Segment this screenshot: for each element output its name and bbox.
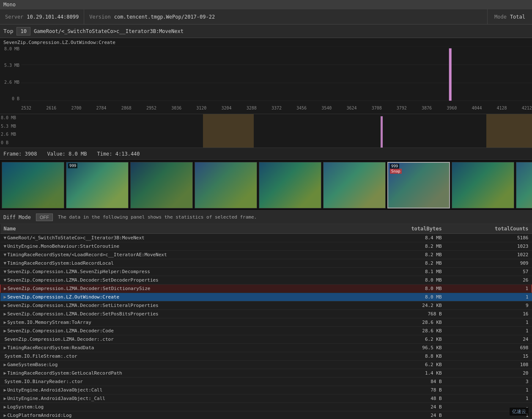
chart-plot-area[interactable] [21,47,532,101]
row-name-cell: ▼SevenZip.Compression.LZMA.SevenZipHelpe… [0,268,365,276]
x-label: 2616 [46,106,56,110]
table-row[interactable]: ▼TimingRaceRecordSystem:LoadRecordLocal8… [0,259,532,268]
table-row[interactable]: ▶CLogPlatformAndroid:Log24 B1 [0,411,532,419]
expand-icon[interactable]: ▼ [4,269,7,274]
x-label: 2700 [71,106,81,110]
row-counts-cell: 1 [445,293,532,301]
mini-timeline[interactable]: 8.0 MB 5.3 MB 2.6 MB 0 B [0,114,532,148]
table-row[interactable]: ▼UnityEngine.MonoBehaviour:StartCoroutin… [0,242,532,251]
row-bytes-cell: 8.0 MB [365,285,445,293]
table-row[interactable]: ▶GameSystemBase:Log6.2 KB108 [0,361,532,369]
x-label: 3708 [372,106,382,110]
expand-icon[interactable]: ▶ [4,294,7,300]
diff-toggle-button[interactable]: OFF [36,214,53,221]
expand-icon[interactable]: ▼ [4,244,7,249]
frame-time: Time: 4:13.440 [97,151,140,157]
expand-icon[interactable]: ▼ [4,235,7,241]
table-row[interactable]: ▶SevenZip.Compression.LZMA.Decoder:Code2… [0,327,532,335]
row-name-cell: ▶SevenZip.Compression.LZ.OutWindow:Creat… [0,293,365,301]
table-row[interactable]: ▶SevenZip.Compression.LZMA.Decoder:SetLi… [0,301,532,310]
row-bytes-cell: 28.6 KB [365,318,445,327]
table-row[interactable]: ▶SevenZip.Compression.LZ.OutWindow:Creat… [0,293,532,301]
row-bytes-cell: 8.0 MB [365,293,445,301]
col-bytes-header[interactable]: totalBytes [365,224,445,234]
thumbnail-3[interactable] [130,162,193,208]
table-row[interactable]: ▶TimingRaceRecordSystem:ReadData96.5 KB6… [0,344,532,352]
row-name-cell: ▶SevenZip.Compression.LZMA.Decoder:SetLi… [0,301,365,310]
row-bytes-cell: 84 B [365,378,445,386]
thumbnail-7[interactable] [452,162,514,208]
y-label-1: 5.3 MB [4,63,19,68]
expand-icon[interactable]: ▶ [4,362,7,367]
y-label-0: 8.0 MB [4,47,19,51]
expand-icon[interactable]: ▼ [4,260,7,266]
expand-icon[interactable]: ▶ [4,345,7,351]
thumbnail-8[interactable] [516,162,532,208]
svg-rect-10 [381,116,383,148]
table-row[interactable]: ▶System.IO.MemoryStream:ToArray28.6 KB1 [0,318,532,327]
row-name-cell: ▶SevenZip.Compression.LZMA.Decoder:SetPo… [0,310,365,318]
main-chart: SevenZip.Compression.LZ.OutWindow:Create… [0,38,532,114]
data-table-container[interactable]: Name totalBytes totalCounts ▼GameRoot/<_… [0,224,532,419]
table-row[interactable]: ▼GameRoot/<_SwitchToStateCo>c__Iterator3… [0,234,532,242]
table-row[interactable]: System.IO.BinaryReader:.ctor84 B3 [0,378,532,386]
table-row[interactable]: ▼SevenZip.Compression.LZMA.Decoder:SetDe… [0,276,532,285]
thumb-active-label: 999 [390,164,399,169]
table-row[interactable]: ▶UnityEngine.AndroidJavaObject:_Call48 B… [0,394,532,403]
row-counts-cell: 1 [445,327,532,335]
x-label: 3876 [422,106,432,110]
row-counts-cell: 1 [445,394,532,403]
row-counts-cell: 108 [445,361,532,369]
table-row[interactable]: ▼TimingRaceRecordSystem/<LoadRecord>c__I… [0,251,532,259]
table-row[interactable]: ▶SevenZip.Compression.LZMA.Decoder:SetDi… [0,285,532,293]
row-bytes-cell: 768 B [365,310,445,318]
expand-icon[interactable]: ▶ [4,303,7,308]
thumbnail-1[interactable] [2,162,64,208]
expand-icon[interactable]: ▶ [4,396,7,401]
expand-icon[interactable]: ▶ [4,311,7,317]
expand-icon[interactable]: ▶ [4,404,7,410]
thumbnail-4[interactable] [195,162,257,208]
row-counts-cell: 1 [445,318,532,327]
row-name-cell: ▶GameSystemBase:Log [0,361,365,369]
row-counts-cell: 698 [445,344,532,352]
row-bytes-cell: 78 B [365,386,445,394]
table-row[interactable]: ▶SevenZip.Compression.LZMA.Decoder:SetPo… [0,310,532,318]
table-row[interactable]: ▼SevenZip.Compression.LZMA.SevenZipHelpe… [0,268,532,276]
col-counts-header[interactable]: totalCounts [445,224,532,234]
row-counts-cell: 3 [445,378,532,386]
row-bytes-cell: 8.0 MB [365,276,445,285]
row-bytes-cell: 28.6 KB [365,327,445,335]
expand-icon[interactable]: ▶ [4,370,7,376]
row-name-cell: ▶TimingRaceRecordSystem:GetLocalRecordPa… [0,369,365,378]
server-label: Server [5,14,23,20]
expand-icon[interactable]: ▶ [4,320,7,325]
table-row[interactable]: SevenZip.Compression.LZMA.Decoder:.ctor6… [0,335,532,344]
table-row[interactable]: ▶TimingRaceRecordSystem:GetLocalRecordPa… [0,369,532,378]
table-row[interactable]: ▶UnityEngine.AndroidJavaObject:Call78 B1 [0,386,532,394]
expand-icon[interactable]: ▶ [4,387,7,393]
col-name-header[interactable]: Name [0,224,365,234]
top-number[interactable]: 10 [16,27,30,36]
expand-icon[interactable]: ▶ [4,328,7,334]
row-bytes-cell: 6.2 KB [365,361,445,369]
table-row[interactable]: System.IO.FileStream:.ctor8.8 KB15 [0,352,532,361]
chart-y-axis: 8.0 MB 5.3 MB 2.6 MB 0 B [0,47,21,101]
thumbnail-5[interactable] [259,162,321,208]
row-counts-cell: 1 [445,386,532,394]
thumbnail-active[interactable]: 999 Snap [387,162,450,208]
x-label: 2952 [146,106,156,110]
row-name-cell: ▼SevenZip.Compression.LZMA.Decoder:SetDe… [0,276,365,285]
svg-text:8.0 MB: 8.0 MB [1,115,16,120]
expand-icon[interactable]: ▼ [4,277,7,283]
table-row[interactable]: ▶LogSystem:Log24 B- [0,403,532,411]
version-section: Version com.tencent.tmgp.WePop/2017-09-2… [84,9,488,24]
main-toolbar: Server 10.29.101.44:8099 Version com.ten… [0,9,532,25]
expand-icon[interactable]: ▶ [4,413,7,418]
thumbnail-6[interactable] [323,162,386,208]
row-bytes-cell: 8.2 MB [365,259,445,268]
row-bytes-cell: 24 B [365,411,445,419]
expand-icon[interactable]: ▶ [4,286,7,291]
expand-icon[interactable]: ▼ [4,252,7,257]
thumbnail-2[interactable]: 999 [66,162,129,208]
